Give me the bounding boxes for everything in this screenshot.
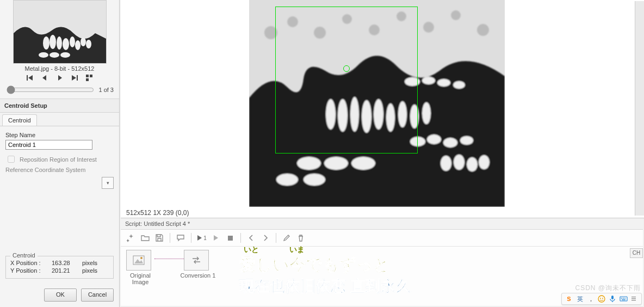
svg-rect-18 — [86, 75, 89, 77]
svg-rect-67 — [620, 297, 627, 301]
svg-marker-61 — [134, 259, 143, 263]
node-conversion-label: Conversion 1 — [179, 272, 217, 279]
svg-rect-12 — [27, 75, 28, 81]
svg-marker-16 — [72, 75, 76, 81]
svg-point-43 — [297, 157, 321, 170]
node-original-label: Original Image — [121, 272, 159, 285]
svg-marker-57 — [197, 235, 202, 241]
lang-badge[interactable]: CH — [630, 248, 643, 258]
open-icon[interactable] — [139, 232, 151, 244]
stop-icon[interactable] — [224, 232, 236, 244]
svg-point-45 — [351, 157, 375, 170]
reposition-checkbox[interactable] — [8, 156, 15, 163]
svg-point-31 — [405, 77, 420, 86]
edit-icon[interactable] — [281, 232, 293, 244]
main-image-canvas[interactable] — [249, 0, 505, 207]
svg-marker-13 — [28, 75, 33, 81]
svg-point-34 — [453, 81, 465, 89]
x-position-units: pixels — [82, 260, 109, 266]
run-button[interactable]: 1 — [196, 232, 208, 244]
sogou-icon[interactable]: S — [564, 294, 574, 304]
svg-point-50 — [314, 27, 326, 39]
svg-rect-72 — [631, 297, 636, 297]
wand-icon[interactable] — [125, 232, 137, 244]
svg-point-1 — [43, 36, 49, 50]
svg-point-42 — [479, 155, 490, 169]
y-position-units: pixels — [82, 267, 109, 274]
svg-point-46 — [276, 174, 298, 186]
svg-point-62 — [140, 257, 143, 259]
prev-step-icon[interactable] — [245, 232, 257, 244]
tab-centroid[interactable]: Centroid — [2, 114, 37, 126]
script-title: Script: Untitled Script 4 * — [121, 218, 643, 230]
thumbnail-image — [13, 0, 107, 64]
svg-point-40 — [454, 155, 465, 170]
ime-settings-icon[interactable] — [629, 294, 639, 304]
reposition-label: Reposition Region of Interest — [20, 156, 97, 163]
ime-toolbar[interactable]: S 英 ， — [561, 293, 642, 305]
comment-icon[interactable] — [175, 232, 187, 244]
svg-point-65 — [602, 298, 603, 299]
nav-controls — [0, 73, 119, 83]
nav-menu-icon[interactable] — [84, 74, 95, 82]
ime-emoji-icon[interactable] — [597, 294, 606, 304]
svg-rect-73 — [631, 298, 636, 299]
nav-first-icon[interactable] — [24, 74, 35, 82]
svg-point-49 — [287, 16, 298, 27]
svg-point-53 — [397, 11, 406, 21]
ime-mic-icon[interactable] — [608, 294, 617, 304]
svg-point-11 — [60, 52, 70, 58]
thumbnail-label: Metal.jpg - 8-bit - 512x512 — [0, 64, 119, 73]
delete-icon[interactable] — [295, 232, 307, 244]
svg-point-51 — [342, 14, 352, 24]
svg-point-5 — [70, 36, 75, 47]
svg-point-48 — [264, 26, 277, 39]
svg-point-41 — [467, 157, 478, 171]
svg-point-32 — [422, 77, 435, 84]
nav-last-icon[interactable] — [69, 74, 80, 82]
svg-point-7 — [81, 38, 86, 46]
svg-point-24 — [350, 97, 359, 132]
svg-point-55 — [451, 10, 461, 20]
svg-point-36 — [427, 134, 441, 144]
svg-point-29 — [410, 105, 419, 128]
svg-point-9 — [39, 52, 48, 58]
svg-point-6 — [75, 40, 81, 50]
svg-rect-17 — [77, 75, 78, 81]
watermark: CSDN @询未不下雨 — [575, 284, 641, 293]
scrollbar-vertical[interactable] — [635, 1, 644, 216]
svg-point-4 — [63, 38, 69, 50]
svg-point-63 — [598, 296, 605, 302]
nav-next-icon[interactable] — [54, 74, 65, 82]
node-conversion[interactable]: Conversion 1 — [184, 250, 209, 271]
run-selected-icon[interactable] — [210, 232, 222, 244]
refcoord-dropdown[interactable]: ▾ — [102, 177, 114, 189]
svg-marker-14 — [42, 75, 46, 81]
save-icon[interactable] — [153, 232, 165, 244]
svg-point-27 — [386, 103, 395, 132]
svg-point-52 — [369, 24, 380, 35]
step-name-input[interactable] — [5, 140, 92, 150]
svg-point-22 — [326, 99, 336, 130]
frame-slider[interactable] — [7, 85, 94, 94]
svg-point-39 — [441, 156, 451, 171]
coord-bar: 512x512 1X 239 (0,0) — [126, 209, 189, 217]
section-title: Centroid Setup — [0, 99, 119, 113]
x-position-label: X Position : — [10, 260, 48, 266]
nav-prev-icon[interactable] — [39, 74, 50, 82]
ime-mode[interactable]: 英 — [575, 294, 585, 304]
cancel-button[interactable]: Cancel — [81, 288, 114, 302]
next-step-icon[interactable] — [259, 232, 271, 244]
ime-punct[interactable]: ， — [586, 294, 596, 304]
svg-point-30 — [422, 102, 431, 124]
ime-keyboard-icon[interactable] — [618, 294, 628, 304]
svg-point-3 — [57, 36, 62, 50]
results-legend: Centroid — [10, 252, 38, 259]
ok-button[interactable]: OK — [44, 288, 77, 302]
svg-rect-59 — [228, 236, 233, 241]
svg-rect-66 — [611, 296, 614, 299]
svg-rect-69 — [623, 298, 624, 299]
node-original-image[interactable]: Original Image — [126, 250, 151, 271]
svg-rect-70 — [624, 298, 626, 299]
svg-point-44 — [324, 157, 348, 170]
